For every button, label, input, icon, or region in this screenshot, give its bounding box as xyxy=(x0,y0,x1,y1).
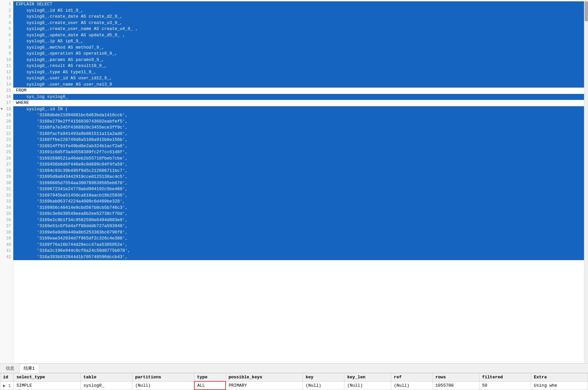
code-line-10: syslog0_.params AS params9_9_, xyxy=(13,57,584,63)
cell-key: (Null) xyxy=(303,381,344,390)
cell-rows: 1055700 xyxy=(433,381,479,390)
code-line-24: '316914ff91fe49bd8e2ab324b1acf2a0', xyxy=(13,143,584,150)
code-line-9: syslog0_.operation AS operatio8_9_, xyxy=(13,51,584,57)
line-number-22: 22 xyxy=(0,131,13,137)
line-number-12: 12 xyxy=(0,69,13,76)
bottom-panel: 信息结果1 idselect_typetablepartitionstypepo… xyxy=(0,363,588,390)
line-number-7: 7 xyxy=(0,38,13,45)
line-number-37: 37 xyxy=(0,223,13,229)
code-line-3: syslog0_.create_date AS create_d2_9_, xyxy=(13,14,584,20)
line-numbers: 1234567891011121314151617▼18192021222324… xyxy=(0,0,13,363)
line-number-9: 9 xyxy=(0,51,13,57)
results-table: idselect_typetablepartitionstypepossible… xyxy=(0,373,588,390)
line-number-8: 8 xyxy=(0,45,13,51)
code-line-19: '3168dbde21994881bc6d63bda1416ccb', xyxy=(13,112,584,119)
code-line-31: '3169672341e24779abd994192c5be460', xyxy=(13,186,584,193)
fold-icon[interactable]: ▼ xyxy=(1,106,3,113)
code-line-40: '3169f76a16b744d28ecc47aa5305052e', xyxy=(13,242,584,248)
code-line-4: syslog0_.create_user AS create_u3_9_, xyxy=(13,20,584,26)
code-line-13: syslog0_.user_id AS user_id12_9_, xyxy=(13,75,584,82)
results-table-wrapper[interactable]: idselect_typetablepartitionstypepossible… xyxy=(0,373,588,390)
line-number-38: 38 xyxy=(0,229,13,236)
code-line-37: '3169e51c6f5d4aff88dddb727a593949', xyxy=(13,223,584,229)
line-number-17: 17 xyxy=(0,100,13,106)
table-row: ▶ 1SIMPLEsyslog0_(Null)ALLPRIMARY(Null)(… xyxy=(0,381,588,390)
cell-partitions: (Null) xyxy=(132,381,194,390)
line-number-4: 4 xyxy=(0,20,13,26)
code-line-28: '31694c93c39b495f9d5c212606711bc7', xyxy=(13,168,584,174)
line-number-2: 2 xyxy=(0,8,13,14)
line-number-40: 40 xyxy=(0,242,13,248)
line-number-25: 25 xyxy=(0,149,13,156)
col-header-partitions: partitions xyxy=(132,373,194,382)
col-header-select_type: select_type xyxy=(14,373,81,382)
line-number-34: 34 xyxy=(0,205,13,211)
line-number-30: 30 xyxy=(0,180,13,187)
scrollbar-thumb[interactable] xyxy=(585,1,588,21)
line-number-39: 39 xyxy=(0,235,13,242)
code-line-38: '3169e6a9d8b440a8b5253383bc0796f8', xyxy=(13,229,584,236)
code-line-30: '31696605d7554aa390789639505eb670', xyxy=(13,180,584,187)
line-number-41: 41 xyxy=(0,248,13,254)
line-number-14: 14 xyxy=(0,82,13,88)
cell-id: ▶ 1 xyxy=(0,381,14,390)
code-line-18: syslog0_.id IN ( xyxy=(13,106,584,113)
scrollbar-track[interactable] xyxy=(584,0,588,363)
code-line-36: '3169e2c9b1f34c9582590e6494d803e9', xyxy=(13,217,584,223)
code-line-41: '316a2c196e944c0cf8a24c50d0775b078', xyxy=(13,248,584,254)
code-line-26: '31692698521a46deb2b55718fbeb7cbe', xyxy=(13,156,584,162)
code-line-21: '3168fa7e345f4368920c3455ece3ff9c', xyxy=(13,125,584,131)
line-number-36: 36 xyxy=(0,217,13,223)
line-number-24: 24 xyxy=(0,143,13,150)
code-line-39: '3169eae342934d7f965df2c326c4e388', xyxy=(13,235,584,242)
cell-key_len: (Null) xyxy=(344,381,391,390)
tab-info[interactable]: 信息 xyxy=(1,364,19,373)
col-header-key: key xyxy=(303,373,344,382)
col-header-rows: rows xyxy=(433,373,479,382)
cell-table: syslog0_ xyxy=(81,381,132,390)
line-number-20: 20 xyxy=(0,119,13,125)
col-header-filtered: filtered xyxy=(479,373,531,382)
code-line-29: '31695d9a843442919cce0125138ac4c5', xyxy=(13,174,584,180)
code-line-6: syslog0_.update_date AS update_d5_9_ , xyxy=(13,32,584,39)
cell-filtered: 50 xyxy=(479,381,531,390)
code-line-8: syslog0_.method AS method7_9_, xyxy=(13,45,584,51)
col-header-extra: Extra xyxy=(531,373,588,382)
tab-result1[interactable]: 结果1 xyxy=(19,364,39,373)
col-header-ref: ref xyxy=(391,373,433,382)
code-line-11: syslog0_.result AS result10_9_, xyxy=(13,63,584,69)
code-line-12: syslog0_.type AS type11_9_, xyxy=(13,69,584,76)
line-number-31: 31 xyxy=(0,186,13,193)
col-header-possible_keys: possible_keys xyxy=(226,373,303,382)
line-number-11: 11 xyxy=(0,63,13,69)
code-line-1: EXPLAIN SELECT xyxy=(13,1,584,8)
code-line-20: '3168e279e2ff4156830743602eabfef5', xyxy=(13,119,584,125)
code-line-16: sys_log syslog0_ xyxy=(13,94,584,100)
code-line-5: syslog0_.create_user_name AS create_u4_9… xyxy=(13,26,584,32)
code-line-32: '31697945ba51450ca610aacb18b25936', xyxy=(13,193,584,199)
code-line-27: '3169456b6d6f446e8c0d899c04f4fa59', xyxy=(13,162,584,168)
col-header-type: type xyxy=(194,373,226,382)
cell-possible_keys: PRIMARY xyxy=(226,381,303,390)
code-line-25: '31691c6d5f3a4d558389fc2f7cc61d8f', xyxy=(13,149,584,156)
code-line-23: '3168ffbe228749d6a5106a915b6e156b', xyxy=(13,137,584,143)
line-number-3: 3 xyxy=(0,14,13,20)
code-line-35: '3169c3e9d30549eea8b2ee52738cf70d', xyxy=(13,211,584,217)
tabs-bar: 信息结果1 xyxy=(0,364,588,373)
code-line-14: syslog0 .user_name AS user_na13_9 xyxy=(13,82,584,88)
code-content[interactable]: EXPLAIN SELECT syslog0_.id AS id1_9_, sy… xyxy=(13,0,584,363)
line-number-29: 29 xyxy=(0,174,13,180)
col-header-key_len: key_len xyxy=(344,373,391,382)
cell-select_type: SIMPLE xyxy=(14,381,81,390)
line-number-26: 26 xyxy=(0,156,13,162)
code-line-34: '3169956c40414e9cbd567b0cb5b746c3', xyxy=(13,205,584,211)
line-number-19: 19 xyxy=(0,112,13,119)
line-number-1: 1 xyxy=(0,1,13,8)
line-number-15: 15 xyxy=(0,88,13,94)
code-line-42: '316a393b932844d1b705748596dccb43', xyxy=(13,254,584,260)
code-line-22: '3168facfa941493a9b081511a11a2ad0', xyxy=(13,131,584,137)
line-number-13: 13 xyxy=(0,75,13,82)
line-number-18: ▼18 xyxy=(0,106,13,113)
code-line-7: syslog0_.ip AS ip6_9_, xyxy=(13,38,584,45)
sql-editor: 1234567891011121314151617▼18192021222324… xyxy=(0,0,588,363)
